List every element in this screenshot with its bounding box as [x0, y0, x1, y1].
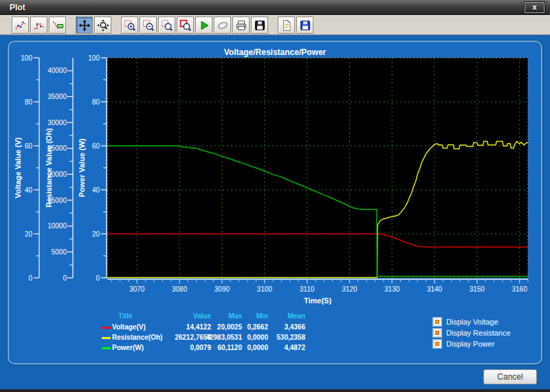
svg-text:3160: 3160 — [512, 285, 528, 293]
erase-button[interactable] — [214, 17, 231, 34]
svg-text:10000: 10000 — [47, 222, 67, 230]
legend-series-name: Resistance(Oh) — [112, 334, 162, 341]
zoom-out-button[interactable] — [140, 17, 157, 34]
cancel-button[interactable]: Cancel — [483, 369, 537, 384]
legend-mean: 3,4366 — [284, 323, 305, 331]
svg-text:60: 60 — [92, 142, 100, 150]
toolbar — [0, 15, 550, 35]
zoom-in-button[interactable] — [121, 17, 138, 34]
zoom-in-icon — [124, 19, 136, 32]
svg-text:Voltage Value (V): Voltage Value (V) — [14, 137, 22, 198]
svg-text:3130: 3130 — [384, 285, 400, 293]
plot-style-points-button[interactable] — [12, 17, 29, 34]
curve-points — [14, 19, 27, 32]
printer-icon — [235, 19, 248, 32]
svg-text:3120: 3120 — [342, 285, 358, 293]
legend-min: 0,2662 — [247, 323, 268, 331]
display-checkbox-group: Display VoltageDisplay ResistanceDisplay… — [433, 316, 511, 349]
svg-text:40: 40 — [25, 186, 33, 194]
checkbox-label: Display Voltage — [446, 318, 498, 326]
y-axis-voltage: 020406080100Voltage Value (V) — [14, 54, 39, 282]
floppy-blue-icon — [299, 19, 311, 32]
zoom-fit-button[interactable] — [94, 17, 111, 34]
svg-text:5000: 5000 — [52, 248, 67, 256]
checkbox-icon[interactable] — [433, 318, 441, 326]
save-data-button[interactable] — [296, 17, 314, 34]
curve-annotation — [52, 19, 64, 32]
svg-text:3140: 3140 — [427, 285, 443, 293]
svg-text:0: 0 — [63, 274, 67, 282]
legend-mean: 530,2358 — [276, 334, 305, 341]
checkbox-label: Display Resistance — [446, 329, 511, 337]
legend-header-title: Title — [118, 312, 132, 320]
legend-header-min: Min — [256, 312, 268, 320]
svg-text:60: 60 — [25, 142, 33, 150]
legend-min: 0,0000 — [247, 334, 268, 341]
print-button[interactable] — [232, 17, 250, 34]
close-button[interactable]: x — [525, 2, 544, 13]
svg-text:40000: 40000 — [47, 67, 67, 74]
checkbox-icon[interactable] — [433, 329, 441, 337]
plot-area[interactable] — [107, 58, 528, 278]
legend-series-name: Power(W) — [112, 344, 144, 351]
svg-text:3080: 3080 — [172, 285, 188, 293]
display-power-checkbox[interactable]: Display Power — [433, 338, 511, 349]
export-report-button[interactable] — [278, 17, 295, 34]
zoom-fit-icon — [97, 19, 109, 32]
svg-text:3090: 3090 — [214, 285, 230, 293]
legend-max: 20,0025 — [217, 323, 242, 331]
zoom-window-icon — [161, 19, 173, 32]
legend-mean: 4,4872 — [284, 344, 305, 351]
zoom-out-icon — [142, 19, 155, 32]
zoom-reset-icon — [179, 19, 192, 32]
titlebar: Plot x — [0, 0, 550, 15]
legend-value: 14,4122 — [186, 323, 211, 331]
checkbox-label: Display Power — [446, 340, 494, 348]
plot-style-annotation-button[interactable] — [49, 17, 66, 34]
y-axis-resistance: 0500010000150002000025000300003500040000… — [45, 58, 73, 282]
legend-swatch — [102, 347, 111, 349]
svg-text:100: 100 — [21, 54, 32, 62]
svg-text:80: 80 — [25, 98, 33, 106]
svg-text:3110: 3110 — [300, 285, 315, 293]
x-axis-label: Time(S) — [304, 296, 331, 305]
legend-header-mean: Mean — [287, 312, 305, 320]
legend-table: TitleValueMaxMinMeanVoltage(V)14,412220,… — [96, 312, 316, 355]
legend-value: 0,0079 — [190, 344, 211, 351]
svg-text:80: 80 — [92, 98, 100, 106]
checkbox-icon[interactable] — [433, 340, 441, 348]
svg-text:30000: 30000 — [47, 119, 67, 127]
svg-text:3100: 3100 — [257, 285, 273, 293]
window-title: Plot — [0, 3, 25, 12]
curve-steps — [33, 19, 45, 32]
svg-text:20: 20 — [25, 230, 33, 238]
floppy-icon — [254, 19, 266, 32]
display-resistance-checkbox[interactable]: Display Resistance — [433, 327, 511, 338]
y-axis-power: 020406080100Power Value (W) — [78, 54, 107, 282]
save-button[interactable] — [251, 17, 268, 34]
legend-max: 42983,0531 — [206, 334, 242, 341]
document-icon — [280, 19, 293, 32]
svg-text:Resistance Value (Oh): Resistance Value (Oh) — [45, 128, 53, 208]
svg-text:35000: 35000 — [47, 93, 67, 100]
pan-button[interactable] — [76, 17, 93, 34]
zoom-window-button[interactable] — [158, 17, 175, 34]
svg-text:0: 0 — [28, 274, 32, 282]
svg-text:Power Value (W): Power Value (W) — [78, 138, 86, 197]
svg-text:3150: 3150 — [470, 285, 485, 293]
dialog-content: 020406080100Voltage Value (V)05000100001… — [0, 35, 550, 389]
legend-header-max: Max — [229, 312, 242, 320]
legend-swatch — [102, 337, 111, 339]
svg-text:0: 0 — [96, 274, 100, 282]
svg-text:3070: 3070 — [129, 285, 145, 293]
play-button[interactable] — [195, 17, 212, 34]
zoom-reset-button[interactable] — [177, 17, 194, 34]
svg-text:100: 100 — [88, 54, 100, 62]
legend-header-value: Value — [193, 312, 211, 320]
display-voltage-checkbox[interactable]: Display Voltage — [433, 316, 511, 327]
legend-min: 0,0000 — [247, 344, 268, 351]
play-icon — [198, 19, 210, 32]
plot-style-steps-button[interactable] — [30, 17, 47, 34]
legend-series-name: Voltage(V) — [112, 323, 146, 331]
plot-window: Plot x 020406080100Voltage Value (V)0500… — [0, 0, 550, 392]
